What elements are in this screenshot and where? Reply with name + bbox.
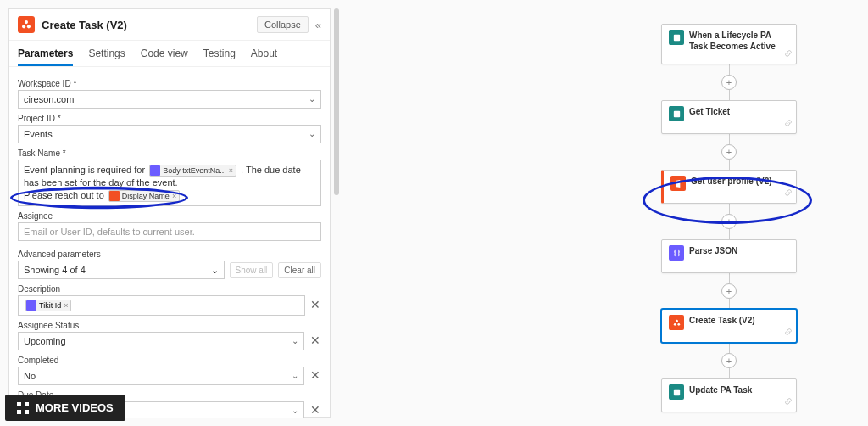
assignee-status-value: Upcoming	[24, 335, 66, 347]
assignee-placeholder: Email or User ID, defaults to current us…	[24, 226, 195, 238]
flow-canvas[interactable]: When a Lifecycle PA Task Becomes Active …	[348, 0, 868, 426]
assignee-input[interactable]: Email or User ID, defaults to current us…	[18, 222, 321, 241]
project-id-select[interactable]: Events ⌄	[18, 125, 321, 143]
chevron-down-icon: ⌄	[292, 335, 298, 347]
connector	[729, 273, 730, 283]
node-label: Parse JSON	[689, 245, 737, 256]
token-remove-icon[interactable]: ×	[229, 165, 233, 177]
connector	[729, 299, 730, 309]
teams-icon	[669, 106, 684, 121]
token-remove-icon[interactable]: ×	[64, 301, 68, 310]
completed-select[interactable]: No ⌄	[18, 367, 304, 385]
chevron-down-icon: ⌄	[309, 93, 315, 105]
svg-point-2	[27, 25, 31, 28]
node-label: Update PA Task	[689, 384, 752, 395]
tab-about[interactable]: About	[251, 48, 277, 66]
svg-rect-4	[673, 110, 679, 116]
token-tikit-id[interactable]: Tikit Id ×	[25, 300, 71, 311]
project-id-label: Project ID *	[18, 114, 321, 123]
node-label: Get user profile (V2)	[691, 176, 772, 187]
add-step-button[interactable]: +	[721, 144, 737, 160]
svg-point-1	[22, 25, 25, 28]
task-name-input[interactable]: Event planning is required for Body txtE…	[18, 160, 321, 206]
link-icon	[784, 394, 793, 409]
connector	[729, 160, 730, 170]
node-parse-json[interactable]: Parse JSON	[661, 239, 797, 273]
add-step-button[interactable]: +	[721, 214, 737, 229]
advanced-parameters-label: Advanced parameters	[18, 249, 321, 259]
workspace-id-select[interactable]: cireson.com ⌄	[18, 90, 321, 109]
connector	[729, 204, 730, 214]
svg-point-6	[673, 322, 676, 325]
chevron-down-icon: ⌄	[292, 405, 298, 417]
node-update-pa-task[interactable]: Update PA Task	[661, 378, 797, 412]
token-office-icon	[109, 191, 120, 201]
clear-field-button[interactable]: ✕	[309, 403, 321, 417]
node-lifecycle-trigger[interactable]: When a Lifecycle PA Task Becomes Active	[661, 24, 797, 64]
token-fx-icon	[26, 300, 36, 311]
tab-row: Parameters Settings Code view Testing Ab…	[9, 41, 330, 67]
assignee-status-label: Assignee Status	[18, 321, 321, 330]
advanced-parameters-select[interactable]: Showing 4 of 4 ⌄	[18, 261, 225, 279]
connector	[729, 134, 730, 144]
completed-label: Completed	[18, 356, 321, 365]
connector	[729, 90, 730, 100]
description-input[interactable]: Tikit Id ×	[18, 295, 305, 316]
completed-value: No	[24, 370, 36, 382]
token-display-name[interactable]: Display Name ×	[108, 190, 180, 202]
link-icon	[784, 46, 793, 61]
svg-point-5	[676, 319, 678, 322]
node-get-ticket[interactable]: Get Ticket	[661, 100, 797, 134]
node-label: When a Lifecycle PA Task Becomes Active	[689, 30, 789, 52]
task-name-label: Task Name *	[18, 149, 321, 158]
svg-point-7	[677, 322, 680, 325]
token-fx-icon	[150, 165, 160, 176]
chevron-down-icon: ⌄	[292, 370, 298, 382]
collapse-button[interactable]: Collapse	[257, 16, 309, 33]
tab-code-view[interactable]: Code view	[141, 48, 188, 66]
node-create-task[interactable]: Create Task (V2)	[661, 309, 797, 343]
connector	[729, 64, 730, 75]
token-remove-icon[interactable]: ×	[172, 190, 176, 203]
project-id-value: Events	[24, 128, 53, 140]
asana-icon	[669, 315, 684, 330]
panel-scrollbar[interactable]	[334, 8, 339, 195]
add-step-button[interactable]: +	[721, 75, 737, 90]
clear-field-button[interactable]: ✕	[310, 298, 321, 311]
assignee-label: Assignee	[18, 211, 321, 221]
link-icon	[784, 324, 793, 339]
more-videos-label: MORE VIDEOS	[36, 401, 114, 414]
add-step-button[interactable]: +	[721, 353, 737, 368]
assignee-status-select[interactable]: Upcoming ⌄	[18, 332, 304, 350]
advanced-value: Showing 4 of 4	[24, 265, 86, 275]
show-all-button[interactable]: Show all	[230, 262, 274, 278]
asana-icon	[18, 16, 35, 33]
link-icon	[784, 185, 793, 200]
grid-icon	[17, 402, 29, 414]
link-icon	[784, 115, 793, 131]
svg-rect-8	[673, 389, 679, 395]
task-name-text-pre: Event planning is required for	[24, 165, 147, 175]
more-videos-overlay[interactable]: MORE VIDEOS	[5, 395, 125, 421]
data-ops-icon	[669, 245, 684, 261]
form-body: Workspace ID * cireson.com ⌄ Project ID …	[9, 67, 330, 418]
add-step-button[interactable]: +	[721, 283, 737, 299]
connector	[729, 368, 730, 378]
tab-testing[interactable]: Testing	[203, 48, 236, 66]
tab-parameters[interactable]: Parameters	[18, 48, 73, 66]
workspace-id-label: Workspace ID *	[18, 79, 321, 88]
panel-header: Create Task (V2) Collapse «	[9, 9, 330, 41]
svg-point-0	[25, 20, 28, 24]
clear-field-button[interactable]: ✕	[309, 334, 321, 347]
token-body-event-name[interactable]: Body txtEventNa... ×	[149, 165, 236, 177]
collapse-chevron-icon[interactable]: «	[315, 19, 321, 31]
action-config-panel: Create Task (V2) Collapse « Parameters S…	[8, 8, 331, 418]
tab-settings[interactable]: Settings	[88, 48, 125, 66]
description-label: Description	[18, 284, 321, 294]
clear-all-button[interactable]: Clear all	[278, 262, 321, 278]
clear-field-button[interactable]: ✕	[309, 368, 321, 382]
token-label: Display Name	[122, 190, 170, 203]
node-get-user-profile[interactable]: Get user profile (V2)	[661, 170, 797, 204]
node-label: Create Task (V2)	[689, 315, 755, 326]
node-label: Get Ticket	[689, 106, 730, 117]
